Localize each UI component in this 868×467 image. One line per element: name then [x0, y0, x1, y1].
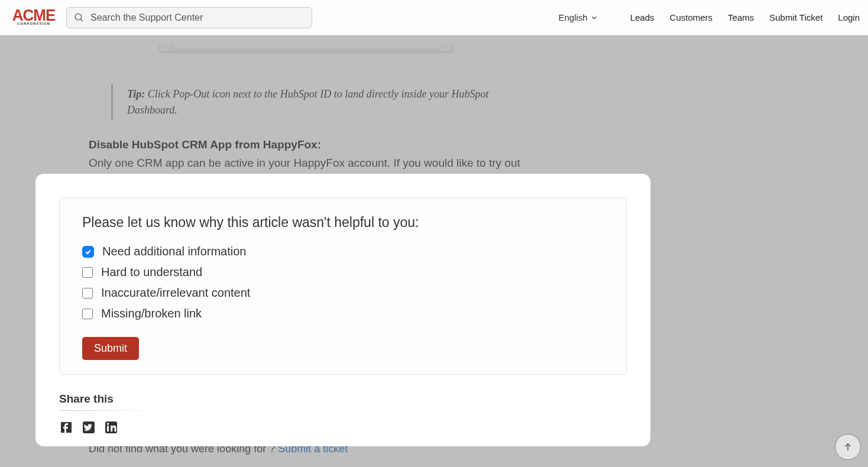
scroll-to-top-button[interactable]	[835, 434, 861, 460]
nav-leads[interactable]: Leads	[630, 12, 655, 22]
feedback-option-2[interactable]: Hard to understand	[82, 265, 604, 279]
nav-submit-ticket[interactable]: Submit Ticket	[769, 12, 822, 22]
checkbox[interactable]	[82, 288, 93, 299]
feedback-modal: Please let us know why this article wasn…	[35, 174, 650, 446]
nav-customers[interactable]: Customers	[670, 12, 713, 22]
svg-point-5	[107, 423, 109, 424]
submit-button[interactable]: Submit	[82, 337, 139, 360]
social-row	[59, 420, 627, 434]
svg-point-0	[75, 14, 82, 20]
feedback-option-3-label[interactable]: Inaccurate/irrelevant content	[101, 286, 250, 300]
header: ACME CORPORATION English Leads Customers…	[0, 0, 868, 35]
arrow-up-icon	[843, 442, 853, 452]
logo[interactable]: ACME CORPORATION	[8, 7, 59, 28]
checkbox[interactable]	[82, 309, 93, 319]
linkedin-icon[interactable]	[104, 420, 118, 434]
nav-teams[interactable]: Teams	[728, 12, 754, 22]
feedback-option-2-label[interactable]: Hard to understand	[101, 265, 202, 279]
feedback-option-4[interactable]: Missing/broken link	[82, 307, 604, 320]
twitter-icon[interactable]	[82, 420, 96, 434]
search-icon	[74, 12, 85, 23]
facebook-icon[interactable]	[59, 420, 73, 434]
share-divider	[59, 410, 160, 411]
check-icon	[85, 248, 92, 255]
svg-line-1	[80, 19, 83, 21]
feedback-title: Please let us know why this article wasn…	[82, 215, 604, 231]
search-input[interactable]	[90, 12, 305, 23]
search-container[interactable]	[66, 7, 312, 28]
logo-text: ACME	[12, 9, 56, 22]
language-label: English	[558, 12, 587, 22]
feedback-option-4-label[interactable]: Missing/broken link	[101, 307, 202, 320]
nav-login[interactable]: Login	[838, 12, 860, 22]
svg-rect-4	[107, 426, 109, 432]
feedback-option-1[interactable]: Need additional information	[82, 245, 604, 258]
feedback-option-3[interactable]: Inaccurate/irrelevant content	[82, 286, 604, 300]
feedback-box: Please let us know why this article wasn…	[59, 197, 627, 375]
share-heading: Share this	[59, 393, 627, 410]
chevron-down-icon	[590, 14, 598, 22]
checkbox-checked[interactable]	[82, 246, 94, 258]
feedback-option-1-label[interactable]: Need additional information	[102, 245, 247, 258]
checkbox[interactable]	[82, 267, 93, 278]
language-selector[interactable]: English	[558, 12, 598, 22]
